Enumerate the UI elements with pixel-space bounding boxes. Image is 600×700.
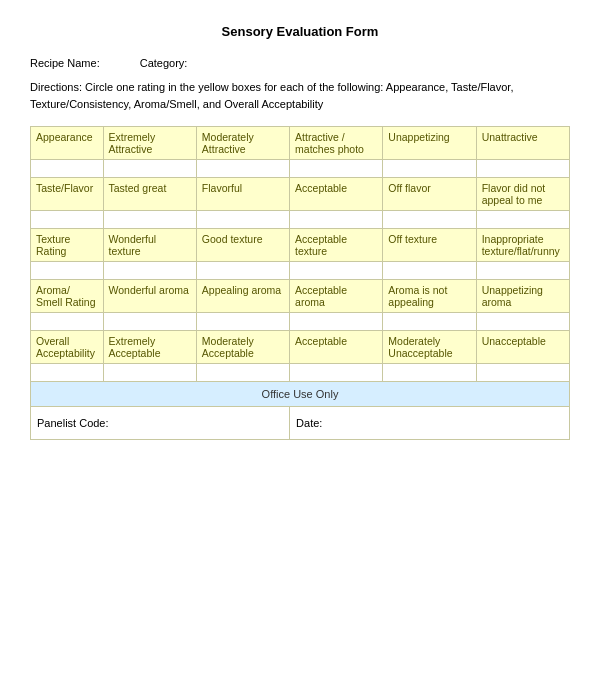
table-row-aroma: Aroma/ Smell Rating Wonderful aroma Appe… [31, 280, 570, 313]
rating-overall-2[interactable]: Moderately Acceptable [196, 331, 289, 364]
rating-appearance-1[interactable]: Extremely Attractive [103, 127, 196, 160]
page: Sensory Evaluation Form Recipe Name: Cat… [0, 0, 600, 700]
rating-overall-1[interactable]: Extremely Acceptable [103, 331, 196, 364]
category-label: Category: [140, 57, 188, 69]
rating-aroma-2[interactable]: Appealing aroma [196, 280, 289, 313]
date-label: Date: [296, 417, 322, 429]
category-overall: Overall Acceptability [31, 331, 104, 364]
rating-appearance-5[interactable]: Unattractive [476, 127, 569, 160]
rating-aroma-4[interactable]: Aroma is not appealing [383, 280, 476, 313]
rating-appearance-4[interactable]: Unappetizing [383, 127, 476, 160]
table-row-taste: Taste/Flavor Tasted great Flavorful Acce… [31, 178, 570, 211]
category-texture: Texture Rating [31, 229, 104, 262]
rating-taste-4[interactable]: Off flavor [383, 178, 476, 211]
category-appearance: Appearance [31, 127, 104, 160]
table-row-appearance: Appearance Extremely Attractive Moderate… [31, 127, 570, 160]
category-aroma: Aroma/ Smell Rating [31, 280, 104, 313]
rating-taste-1[interactable]: Tasted great [103, 178, 196, 211]
blank-row-3 [31, 262, 570, 280]
rating-overall-5[interactable]: Unacceptable [476, 331, 569, 364]
meta-row: Recipe Name: Category: [30, 57, 570, 69]
blank-row-5 [31, 364, 570, 382]
date-cell: Date: [290, 407, 570, 440]
blank-row-4 [31, 313, 570, 331]
office-use-row: Office Use Only [31, 382, 570, 407]
recipe-label: Recipe Name: [30, 57, 100, 69]
rating-aroma-1[interactable]: Wonderful aroma [103, 280, 196, 313]
rating-taste-5[interactable]: Flavor did not appeal to me [476, 178, 569, 211]
table-row-overall: Overall Acceptability Extremely Acceptab… [31, 331, 570, 364]
office-use-label: Office Use Only [31, 382, 570, 407]
panelist-row: Panelist Code: Date: [31, 407, 570, 440]
category-taste: Taste/Flavor [31, 178, 104, 211]
rating-appearance-3[interactable]: Attractive / matches photo [290, 127, 383, 160]
table-row-texture: Texture Rating Wonderful texture Good te… [31, 229, 570, 262]
blank-row-2 [31, 211, 570, 229]
rating-texture-3[interactable]: Acceptable texture [290, 229, 383, 262]
form-title: Sensory Evaluation Form [30, 24, 570, 39]
rating-texture-5[interactable]: Inappropriate texture/flat/runny [476, 229, 569, 262]
rating-aroma-3[interactable]: Acceptable aroma [290, 280, 383, 313]
rating-overall-4[interactable]: Moderately Unacceptable [383, 331, 476, 364]
rating-texture-1[interactable]: Wonderful texture [103, 229, 196, 262]
rating-taste-3[interactable]: Acceptable [290, 178, 383, 211]
evaluation-table: Appearance Extremely Attractive Moderate… [30, 126, 570, 440]
rating-overall-3[interactable]: Acceptable [290, 331, 383, 364]
rating-aroma-5[interactable]: Unappetizing aroma [476, 280, 569, 313]
rating-taste-2[interactable]: Flavorful [196, 178, 289, 211]
panelist-label: Panelist Code: [37, 417, 109, 429]
blank-row-1 [31, 160, 570, 178]
rating-texture-4[interactable]: Off texture [383, 229, 476, 262]
rating-appearance-2[interactable]: Moderately Attractive [196, 127, 289, 160]
directions: Directions: Circle one rating in the yel… [30, 79, 570, 112]
rating-texture-2[interactable]: Good texture [196, 229, 289, 262]
panelist-code-cell: Panelist Code: [31, 407, 290, 440]
